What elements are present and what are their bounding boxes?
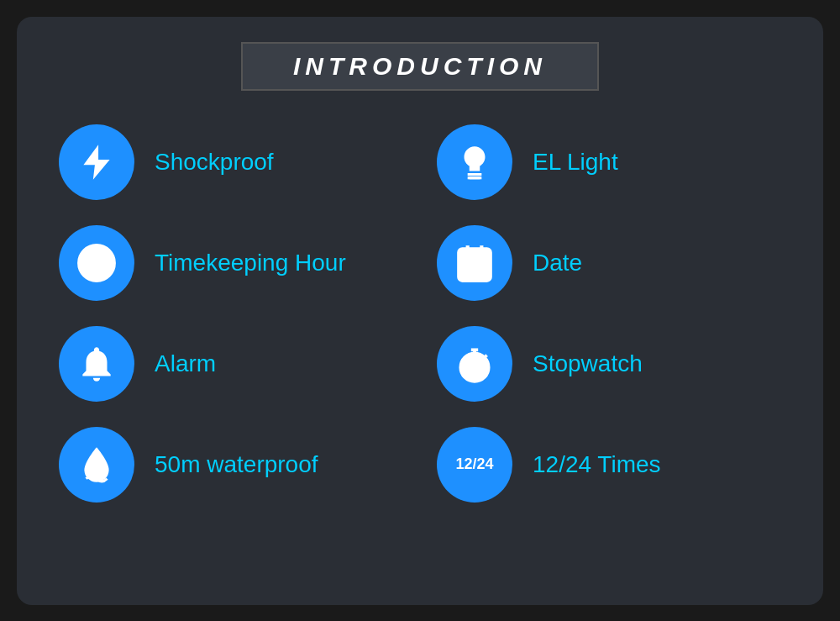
svg-point-9: [466, 271, 470, 275]
icon-stopwatch: [437, 326, 512, 402]
feature-item-shockproof: Shockproof: [59, 124, 403, 200]
icon-lightning: [59, 124, 134, 200]
feature-label-timekeeping: Timekeeping Hour: [155, 250, 346, 276]
svg-point-16: [473, 366, 476, 369]
feature-item-1224: 12/24 12/24 Times: [437, 427, 781, 503]
icon-bell: [59, 326, 134, 402]
icon-bulb: [437, 124, 512, 200]
svg-point-7: [473, 265, 476, 268]
feature-item-alarm: Alarm: [59, 326, 403, 402]
feature-label-1224: 12/24 Times: [533, 451, 661, 478]
feature-label-waterproof: 50m waterproof: [155, 451, 318, 478]
svg-point-6: [466, 265, 470, 268]
main-card: INTRODUCTION Shockproof EL Light Timekee…: [17, 17, 823, 605]
feature-label-stopwatch: Stopwatch: [533, 350, 643, 377]
title-box: INTRODUCTION: [241, 42, 599, 91]
feature-item-waterproof: 50m waterproof: [59, 427, 403, 503]
icon-water: [59, 427, 134, 503]
page-title: INTRODUCTION: [293, 52, 547, 80]
feature-item-stopwatch: Stopwatch: [437, 326, 781, 402]
icon-calendar: [437, 225, 512, 301]
features-grid: Shockproof EL Light Timekeeping Hour Dat…: [59, 124, 781, 503]
feature-item-date: Date: [437, 225, 781, 301]
feature-label-shockproof: Shockproof: [155, 149, 274, 176]
icon-clock: [59, 225, 134, 301]
feature-label-el-light: EL Light: [533, 149, 618, 176]
svg-line-15: [484, 355, 486, 357]
feature-item-el-light: EL Light: [437, 124, 781, 200]
icon-1224: 12/24: [437, 427, 512, 503]
svg-point-8: [480, 265, 483, 268]
feature-item-timekeeping: Timekeeping Hour: [59, 225, 403, 301]
feature-label-date: Date: [533, 250, 582, 276]
svg-point-10: [473, 271, 476, 275]
feature-label-alarm: Alarm: [155, 350, 216, 377]
icon-1224-text: 12/24: [455, 455, 493, 473]
